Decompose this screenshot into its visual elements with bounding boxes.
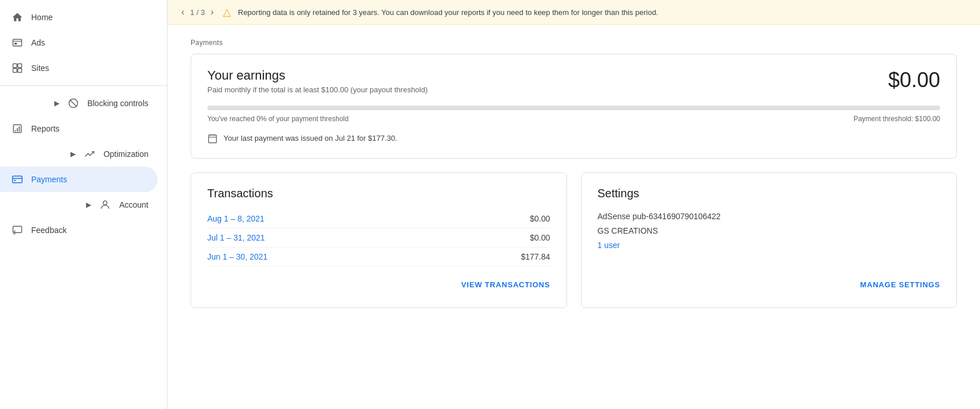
sidebar: Home Ads Sites ▶ — [0, 0, 167, 409]
transactions-footer: VIEW TRANSACTIONS — [207, 267, 550, 294]
blocking-controls-chevron: ▶ — [54, 99, 59, 107]
transaction-amount-jun: $177.84 — [521, 252, 550, 261]
svg-line-7 — [70, 100, 77, 107]
sidebar-item-feedback[interactable]: Feedback — [0, 217, 158, 243]
sidebar-item-ads[interactable]: Ads — [0, 30, 158, 55]
svg-rect-14 — [14, 180, 16, 181]
transaction-amount-jul: $0.00 — [530, 233, 550, 242]
svg-rect-1 — [14, 43, 17, 44]
publisher-id: AdSense pub-6341690790106422 — [598, 209, 941, 224]
svg-rect-4 — [13, 69, 17, 73]
sidebar-item-sites-label: Sites — [31, 63, 49, 73]
sidebar-item-optimization[interactable]: ▶ Optimization — [0, 141, 158, 167]
payments-icon — [12, 174, 23, 185]
last-payment-text: Your last payment was issued on Jul 21 f… — [223, 134, 397, 142]
earnings-amount: $0.00 — [888, 68, 940, 92]
earnings-subtitle: Paid monthly if the total is at least $1… — [207, 85, 428, 94]
svg-rect-2 — [13, 64, 17, 68]
manage-settings-button[interactable]: MANAGE SETTINGS — [860, 276, 940, 294]
banner-prev-button[interactable]: ‹ — [179, 6, 187, 18]
warning-icon: △ — [223, 6, 231, 18]
account-chevron: ▶ — [86, 201, 91, 209]
optimization-chevron: ▶ — [70, 150, 76, 158]
svg-rect-12 — [13, 176, 23, 183]
banner-navigation: ‹ 1 / 3 › — [179, 6, 216, 18]
sidebar-item-sites[interactable]: Sites — [0, 55, 158, 81]
sidebar-item-blocking-label: Blocking controls — [87, 99, 148, 108]
sidebar-item-reports-label: Reports — [31, 124, 59, 133]
sites-icon — [12, 62, 23, 74]
svg-rect-0 — [13, 39, 22, 46]
sidebar-item-account[interactable]: ▶ Account — [0, 192, 158, 217]
transaction-link-aug[interactable]: Aug 1 – 8, 2021 — [207, 214, 264, 223]
progress-right-label: Payment threshold: $100.00 — [854, 115, 940, 123]
transaction-link-jul[interactable]: Jul 1 – 31, 2021 — [207, 233, 265, 242]
svg-point-15 — [103, 201, 107, 205]
settings-info: AdSense pub-6341690790106422 GS CREATION… — [598, 209, 941, 253]
earnings-header: Your earnings Paid monthly if the total … — [207, 68, 940, 94]
payments-content: Payments Your earnings Paid monthly if t… — [167, 25, 980, 409]
cards-row: Transactions Aug 1 – 8, 2021 $0.00 Jul 1… — [191, 172, 957, 308]
last-payment-info: Your last payment was issued on Jul 21 f… — [207, 132, 940, 144]
home-icon — [12, 12, 23, 23]
earnings-info: Your earnings Paid monthly if the total … — [207, 68, 428, 94]
ads-icon — [12, 37, 23, 48]
section-label: Payments — [191, 39, 957, 47]
transactions-card: Transactions Aug 1 – 8, 2021 $0.00 Jul 1… — [191, 172, 567, 308]
progress-labels: You've reached 0% of your payment thresh… — [207, 115, 940, 123]
sidebar-item-payments-label: Payments — [31, 175, 67, 184]
sidebar-item-optimization-label: Optimization — [103, 149, 148, 159]
transactions-title: Transactions — [207, 187, 550, 200]
transaction-row: Jul 1 – 31, 2021 $0.00 — [207, 228, 550, 247]
svg-rect-18 — [208, 135, 217, 143]
reports-icon — [12, 123, 23, 134]
users-link[interactable]: 1 user — [598, 241, 620, 250]
banner-message: Reporting data is only retained for 3 ye… — [238, 8, 658, 17]
account-icon — [99, 199, 111, 211]
transaction-link-jun[interactable]: Jun 1 – 30, 2021 — [207, 252, 267, 261]
banner-next-button[interactable]: › — [208, 6, 216, 18]
sidebar-item-home[interactable]: Home — [0, 5, 158, 30]
business-name: GS CREATIONS — [598, 224, 941, 238]
sidebar-item-ads-label: Ads — [31, 38, 45, 47]
sidebar-item-home-label: Home — [31, 13, 53, 22]
sidebar-item-account-label: Account — [119, 200, 148, 209]
optimization-icon — [84, 148, 95, 160]
earnings-title: Your earnings — [207, 68, 428, 83]
blocking-controls-icon — [68, 97, 79, 109]
progress-bar-container — [207, 106, 940, 110]
view-transactions-button[interactable]: VIEW TRANSACTIONS — [461, 276, 550, 294]
banner-nav-current: 1 / 3 — [190, 8, 204, 17]
feedback-icon — [12, 224, 23, 236]
earnings-card: Your earnings Paid monthly if the total … — [191, 54, 957, 159]
svg-rect-5 — [18, 69, 22, 73]
settings-footer: MANAGE SETTINGS — [598, 267, 941, 294]
sidebar-item-feedback-label: Feedback — [31, 226, 66, 235]
sidebar-item-payments[interactable]: Payments — [0, 167, 158, 192]
sidebar-item-reports[interactable]: Reports — [0, 116, 158, 141]
calendar-icon — [207, 132, 218, 144]
sidebar-item-blocking-controls[interactable]: ▶ Blocking controls — [0, 91, 158, 116]
transaction-row: Jun 1 – 30, 2021 $177.84 — [207, 247, 550, 267]
svg-rect-3 — [18, 64, 22, 68]
main-content: ‹ 1 / 3 › △ Reporting data is only retai… — [167, 0, 980, 409]
notification-banner: ‹ 1 / 3 › △ Reporting data is only retai… — [167, 0, 980, 25]
progress-left-label: You've reached 0% of your payment thresh… — [207, 115, 349, 123]
transaction-row: Aug 1 – 8, 2021 $0.00 — [207, 209, 550, 228]
settings-title: Settings — [598, 187, 941, 200]
settings-card: Settings AdSense pub-6341690790106422 GS… — [581, 172, 957, 308]
transaction-amount-aug: $0.00 — [530, 214, 550, 223]
